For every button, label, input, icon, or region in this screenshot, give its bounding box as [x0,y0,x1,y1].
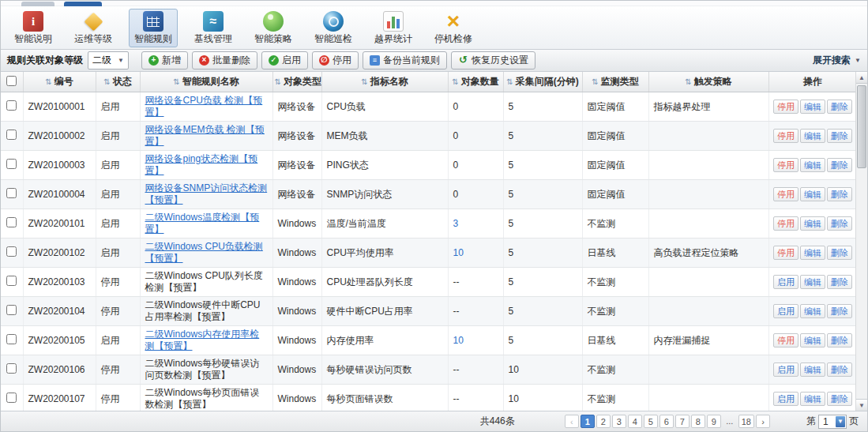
background-tab-fragment[interactable] [21,2,54,6]
restore-history-button[interactable]: ↺恢复历史设置 [451,51,535,69]
cell-interval: 5 [503,209,582,239]
rule-name-link[interactable]: 二级Windows内存使用率检测【预置】 [145,329,260,351]
delete-rule-button[interactable]: 删除 [827,304,852,318]
object-count-link[interactable]: 10 [453,247,464,258]
scroll-up-arrow-icon[interactable] [856,72,867,84]
edit-rule-button[interactable]: 编辑 [800,100,825,114]
toolbar-item-stats[interactable]: 越界统计 [369,9,418,47]
toolbar-item-maintenance[interactable]: 停机检修 [429,9,478,47]
delete-rule-button[interactable]: 删除 [827,129,852,143]
disable-button[interactable]: ∅停用 [312,51,359,69]
delete-rule-button[interactable]: 删除 [827,392,852,406]
edit-rule-button[interactable]: 编辑 [800,216,825,231]
edit-rule-button[interactable]: 编辑 [800,363,825,377]
toolbar-item-inspection[interactable]: 智能巡检 [309,9,358,47]
rule-name-link[interactable]: 网络设备CPU负载 检测【预置】 [145,95,263,118]
backup-rules-button[interactable]: ≡备份当前规则 [363,51,447,69]
column-header-trigger-strategy[interactable]: ⇅触发策略 [648,72,768,92]
page-button-7[interactable]: 7 [675,415,690,428]
rule-name-link[interactable]: 网络设备SNMP访问状态检测【预置】 [145,182,268,205]
page-button-5[interactable]: 5 [644,415,658,428]
delete-rule-button[interactable]: 删除 [827,246,852,260]
toolbar-item-baseline[interactable]: 基线管理 [189,9,238,47]
delete-rule-button[interactable]: 删除 [827,187,852,201]
disable-rule-button[interactable]: 停用 [773,129,798,143]
rule-name-link[interactable]: 二级Windows CPU负载检测【预置】 [145,241,263,264]
column-header-metric-name[interactable]: ⇅指标名称 [321,72,448,92]
edit-rule-button[interactable]: 编辑 [800,187,825,201]
select-all-checkbox[interactable] [6,76,17,86]
object-count-link[interactable]: 10 [453,335,464,346]
enable-rule-button[interactable]: 启用 [773,275,798,289]
disable-rule-button[interactable]: 停用 [773,158,798,172]
toolbar-item-strategy[interactable]: 智能策略 [249,9,298,47]
page-button-1[interactable]: 1 [581,415,595,428]
batch-delete-button[interactable]: ×批量删除 [192,51,257,69]
page-button-4[interactable]: 4 [628,415,642,428]
page-button-9[interactable]: 9 [707,415,721,428]
edit-rule-button[interactable]: 编辑 [800,333,825,347]
delete-rule-button[interactable]: 删除 [827,333,852,347]
row-checkbox[interactable] [6,363,17,374]
delete-rule-button[interactable]: 删除 [827,275,852,289]
column-header-interval[interactable]: ⇅采集间隔(分钟) [503,72,582,92]
add-button[interactable]: +新增 [141,51,188,69]
column-header-id[interactable]: ⇅编号 [23,72,96,92]
toolbar-item-level[interactable]: 运维等级 [69,9,118,47]
column-header-object-type[interactable]: ⇅对象类型 [272,72,321,92]
page-button-18[interactable]: 18 [738,415,754,428]
row-checkbox[interactable] [6,393,17,403]
page-button-3[interactable]: 3 [612,415,626,428]
disable-rule-button[interactable]: 停用 [773,333,798,347]
enable-button[interactable]: ✓启用 [261,51,308,69]
column-header-rule-name[interactable]: ⇅智能规则名称 [140,72,272,92]
row-checkbox[interactable] [6,334,17,344]
delete-rule-button[interactable]: 删除 [827,363,852,377]
row-checkbox[interactable] [6,100,17,111]
row-checkbox[interactable] [6,217,17,227]
vertical-scrollbar[interactable] [855,72,867,411]
delete-rule-button[interactable]: 删除 [827,158,852,172]
row-checkbox[interactable] [6,130,17,140]
next-page-button[interactable]: › [756,415,770,428]
edit-rule-button[interactable]: 编辑 [800,246,825,260]
enable-rule-button[interactable]: 启用 [773,363,798,377]
rule-name-link[interactable]: 网络设备MEM负载 检测【预置】 [145,124,265,147]
enable-rule-button[interactable]: 启用 [773,304,798,318]
column-header-object-count[interactable]: ⇅对象数量 [448,72,503,92]
page-button-8[interactable]: 8 [691,415,705,428]
toolbar-item-rules[interactable]: 智能规则 [129,9,178,47]
rule-name-link[interactable]: 二级Windows温度检测【预置】 [145,212,260,235]
row-checkbox[interactable] [6,188,17,198]
scroll-down-arrow-icon[interactable] [856,399,867,411]
level-select[interactable]: 二级 [88,51,129,69]
prev-page-button[interactable]: ‹ [565,415,579,428]
object-count-link[interactable]: 3 [453,218,459,229]
row-checkbox[interactable] [6,159,17,169]
edit-rule-button[interactable]: 编辑 [800,392,825,406]
edit-rule-button[interactable]: 编辑 [800,275,825,289]
row-checkbox[interactable] [6,276,17,286]
page-select[interactable]: 1 [818,415,847,429]
row-checkbox[interactable] [6,305,17,315]
page-button-6[interactable]: 6 [659,415,674,428]
page-button-2[interactable]: 2 [596,415,611,428]
active-tab-fragment[interactable] [64,2,102,6]
disable-rule-button[interactable]: 停用 [773,246,798,260]
edit-rule-button[interactable]: 编辑 [800,158,825,172]
scrollbar-thumb[interactable] [857,85,866,168]
edit-rule-button[interactable]: 编辑 [800,129,825,143]
row-checkbox[interactable] [6,246,17,257]
disable-rule-button[interactable]: 停用 [773,187,798,201]
delete-rule-button[interactable]: 删除 [827,100,852,114]
rule-name-link[interactable]: 网络设备ping状态检测【预置】 [145,153,258,176]
toolbar-item-manual[interactable]: 智能说明 [9,9,58,47]
edit-rule-button[interactable]: 编辑 [800,304,825,318]
column-header-status[interactable]: ⇅状态 [96,72,140,92]
disable-rule-button[interactable]: 停用 [773,216,798,231]
enable-rule-button[interactable]: 启用 [773,392,798,406]
disable-rule-button[interactable]: 停用 [773,100,798,114]
delete-rule-button[interactable]: 删除 [827,216,852,231]
expand-search-toggle[interactable]: 展开搜索 [813,54,861,67]
column-header-monitor-type[interactable]: ⇅监测类型 [582,72,648,92]
